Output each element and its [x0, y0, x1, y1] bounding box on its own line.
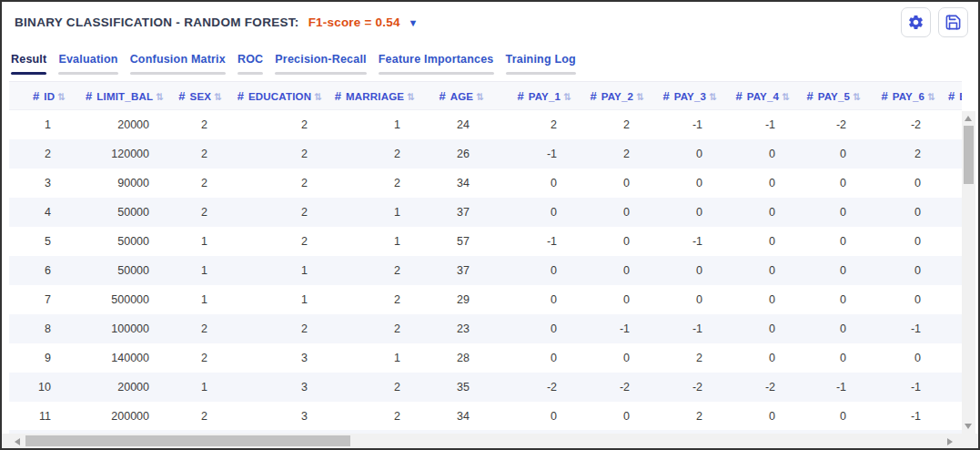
- scroll-down-arrow-icon[interactable]: [965, 424, 972, 429]
- gear-icon: [907, 14, 924, 31]
- column-header-pay-4[interactable]: #PAY_4⇅: [719, 82, 792, 110]
- table-cell: 2: [166, 314, 224, 343]
- table-cell: -1: [863, 314, 937, 343]
- toolbar-actions: [901, 7, 968, 37]
- vertical-scrollbar[interactable]: [962, 111, 975, 434]
- data-table: #ID⇅#LIMIT_BAL⇅#SEX⇅#EDUCATION⇅#MARRIAGE…: [9, 81, 962, 430]
- table-row: 212000022226-120002: [9, 139, 962, 169]
- table-row: 65000011237000000: [9, 256, 962, 285]
- column-label: PAY_5: [818, 91, 851, 102]
- tab-confusion-matrix[interactable]: Confusion Matrix: [130, 43, 226, 81]
- table-cell: 20000: [67, 110, 166, 139]
- sort-icon[interactable]: ⇅: [782, 91, 790, 102]
- column-header-id[interactable]: #ID⇅: [9, 82, 67, 110]
- table-cell: 0: [792, 198, 863, 227]
- table-cell: 34: [417, 402, 486, 431]
- table-cell: 0: [719, 139, 792, 169]
- table-cell: 1: [224, 256, 324, 285]
- column-header-marriage[interactable]: #MARRIAGE⇅: [324, 82, 417, 110]
- scroll-right-arrow-icon[interactable]: [947, 438, 953, 445]
- table-cell: 4: [9, 198, 67, 227]
- column-header-pay-1[interactable]: #PAY_1⇅: [486, 82, 573, 110]
- column-header-sex[interactable]: #SEX⇅: [166, 82, 224, 110]
- table-cell: 2: [166, 169, 224, 198]
- table-cell: 1: [166, 256, 224, 285]
- scroll-left-arrow-icon[interactable]: [15, 438, 20, 445]
- sort-icon[interactable]: ⇅: [156, 91, 164, 102]
- sort-icon[interactable]: ⇅: [57, 91, 66, 102]
- tab-precision-recall[interactable]: Precision-Recall: [275, 43, 366, 81]
- sort-icon[interactable]: ⇅: [407, 91, 415, 102]
- column-header-pay-5[interactable]: #PAY_5⇅: [792, 82, 863, 110]
- numeric-type-icon: #: [517, 89, 523, 103]
- table-cell: [937, 256, 962, 285]
- tab-label: Training Log: [506, 53, 576, 66]
- table-cell: 0: [486, 402, 573, 431]
- table-cell: 0: [863, 227, 937, 256]
- table-cell: 28: [417, 343, 486, 373]
- table-cell: 140000: [67, 343, 166, 373]
- table-cell: 0: [719, 285, 792, 314]
- column-label: PAY_4: [747, 91, 780, 102]
- table-cell: 0: [719, 343, 792, 373]
- column-header-pay-6[interactable]: #PAY_6⇅: [863, 82, 937, 110]
- table-cell: 2: [646, 402, 719, 431]
- table-cell: 3: [224, 343, 324, 373]
- column-header-age[interactable]: #AGE⇅: [417, 82, 486, 110]
- sort-icon[interactable]: ⇅: [314, 91, 322, 102]
- table-cell: 1: [166, 285, 224, 314]
- save-button[interactable]: [938, 7, 968, 37]
- column-label: SEX: [190, 91, 212, 102]
- table-cell: 90000: [67, 169, 166, 198]
- table-cell: [937, 110, 962, 139]
- table-cell: 2: [224, 198, 324, 227]
- column-header-bi[interactable]: #BI⇅: [937, 82, 962, 110]
- sort-icon[interactable]: ⇅: [636, 91, 644, 102]
- table-cell: 2: [486, 110, 573, 139]
- model-score: F1-score = 0.54: [308, 15, 400, 29]
- numeric-type-icon: #: [590, 89, 596, 103]
- horizontal-scrollbar-thumb[interactable]: [25, 435, 350, 446]
- sort-icon[interactable]: ⇅: [214, 91, 222, 102]
- sort-icon[interactable]: ⇅: [853, 91, 861, 102]
- tab-result[interactable]: Result: [11, 43, 46, 81]
- tab-training-log[interactable]: Training Log: [506, 43, 576, 81]
- column-header-pay-2[interactable]: #PAY_2⇅: [573, 82, 646, 110]
- table-cell: 2: [324, 402, 417, 431]
- table-cell: 37: [417, 256, 486, 285]
- table-cell: 2: [224, 139, 324, 169]
- sort-icon[interactable]: ⇅: [927, 91, 935, 102]
- table-cell: [937, 139, 962, 169]
- table-cell: [937, 227, 962, 256]
- column-header-limit-bal[interactable]: #LIMIT_BAL⇅: [67, 82, 166, 110]
- table-cell: 0: [719, 169, 792, 198]
- table-cell: 0: [573, 169, 646, 198]
- sort-icon[interactable]: ⇅: [709, 91, 717, 102]
- scroll-up-arrow-icon[interactable]: [965, 116, 972, 121]
- tab-feature-importances[interactable]: Feature Importances: [379, 43, 494, 81]
- table-cell: 1: [324, 198, 417, 227]
- vertical-scrollbar-thumb[interactable]: [964, 126, 974, 184]
- sort-icon[interactable]: ⇅: [476, 91, 484, 102]
- column-label: PAY_1: [529, 91, 561, 102]
- table-cell: 24: [417, 110, 486, 139]
- horizontal-scrollbar[interactable]: [2, 434, 978, 448]
- table-row: 8100000222230-1-100-1: [9, 314, 962, 343]
- table-cell: 7: [9, 285, 67, 314]
- sort-icon[interactable]: ⇅: [563, 91, 571, 102]
- table-cell: 2: [324, 256, 417, 285]
- settings-button[interactable]: [901, 7, 931, 37]
- column-header-education[interactable]: #EDUCATION⇅: [224, 82, 324, 110]
- table-cell: 0: [486, 169, 573, 198]
- tab-roc[interactable]: ROC: [237, 43, 263, 81]
- tab-evaluation[interactable]: Evaluation: [58, 43, 117, 81]
- table-cell: 3: [224, 402, 324, 431]
- table-cell: 0: [792, 343, 863, 373]
- table-cell: 0: [792, 314, 863, 343]
- table-cell: 2: [324, 169, 417, 198]
- table-cell: 1: [324, 343, 417, 373]
- chevron-down-icon[interactable]: ▼: [409, 17, 419, 28]
- table-cell: -1: [792, 373, 863, 402]
- table-row: 102000013235-2-2-2-2-1-1: [9, 373, 962, 402]
- column-header-pay-3[interactable]: #PAY_3⇅: [646, 82, 719, 110]
